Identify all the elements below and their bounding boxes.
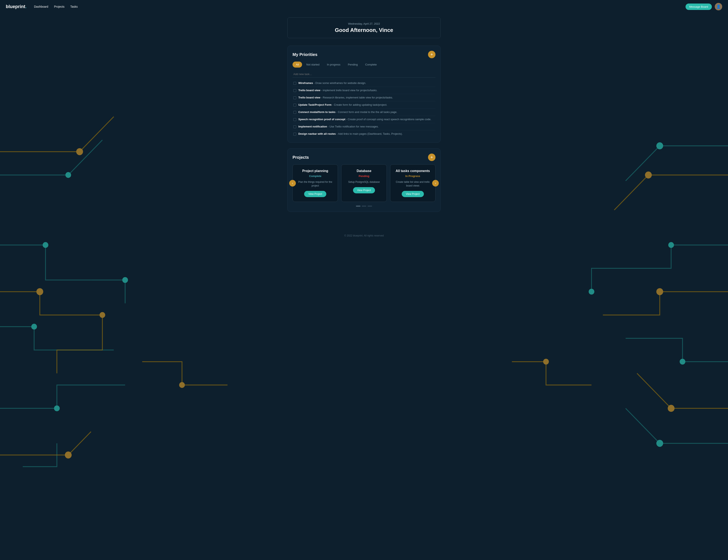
- priority-tabs: All Not started In progress Pending Comp…: [293, 62, 435, 68]
- svg-point-5: [76, 148, 83, 155]
- projects-panel: Projects + ‹ Project planning Complete P…: [287, 148, 441, 212]
- project-status-2: In Progress: [394, 175, 431, 178]
- task-text-3: Update Task/Project Form - Create form f…: [298, 103, 387, 106]
- svg-point-8: [65, 451, 72, 458]
- navbar-right: Message Board 👤: [686, 3, 722, 10]
- nav-links: Dashboard Projects Tasks: [34, 5, 686, 8]
- task-checkbox-4[interactable]: [293, 111, 296, 114]
- task-checkbox-2[interactable]: [293, 96, 296, 99]
- svg-point-14: [589, 289, 594, 295]
- greeting-card: Wednesday, April 27, 2022 Good Afternoon…: [287, 17, 441, 38]
- task-item: Speech recognition proof of concept - Cr…: [293, 116, 435, 123]
- project-card-1: Database Pending Setup PostgreSQL databa…: [341, 164, 386, 202]
- carousel-dot-0[interactable]: [356, 206, 361, 207]
- task-item: Wireframes - Draw some wireframes for we…: [293, 80, 435, 87]
- task-checkbox-6[interactable]: [293, 125, 296, 128]
- svg-point-12: [680, 359, 685, 365]
- task-checkbox-5[interactable]: [293, 118, 296, 121]
- add-project-button[interactable]: +: [428, 154, 435, 161]
- task-checkbox-3[interactable]: [293, 104, 296, 107]
- task-text-4: Connect modal/form to tasks - Connect fo…: [298, 110, 397, 114]
- navbar: blueprint. Dashboard Projects Tasks Mess…: [0, 0, 728, 13]
- logo-dot: .: [25, 4, 27, 9]
- svg-point-7: [99, 312, 105, 318]
- project-status-1: Pending: [345, 175, 382, 178]
- task-text-6: Implement notification - Use Twilio noti…: [298, 125, 379, 128]
- task-item: Implement notification - Use Twilio noti…: [293, 123, 435, 130]
- task-text-5: Speech recognition proof of concept - Cr…: [298, 118, 431, 121]
- tab-all[interactable]: All: [293, 62, 302, 68]
- svg-point-17: [668, 405, 675, 412]
- task-text-2: Trello board view - Research libraries, …: [298, 96, 393, 99]
- view-project-btn-1[interactable]: View Project: [353, 187, 375, 193]
- task-checkbox-0[interactable]: [293, 82, 296, 85]
- main-content: Wednesday, April 27, 2022 Good Afternoon…: [283, 13, 445, 230]
- project-card-0: Project planning Complete Plan the thing…: [293, 164, 338, 202]
- add-task-input[interactable]: [293, 71, 435, 78]
- carousel-dot-1[interactable]: [362, 206, 366, 207]
- svg-point-18: [543, 359, 549, 365]
- projects-carousel: ‹ Project planning Complete Plan the thi…: [293, 164, 435, 202]
- greeting-title: Good Afternoon, Vince: [294, 27, 434, 33]
- task-checkbox-7[interactable]: [293, 133, 296, 136]
- task-item: Trello board view - Research libraries, …: [293, 94, 435, 101]
- carousel-prev-button[interactable]: ‹: [289, 180, 296, 187]
- carousel-dot-2[interactable]: [367, 206, 372, 207]
- svg-point-16: [656, 288, 663, 295]
- svg-point-10: [656, 142, 663, 149]
- add-priority-button[interactable]: +: [428, 51, 435, 58]
- task-item: Connect modal/form to tasks - Connect fo…: [293, 109, 435, 116]
- svg-point-4: [122, 277, 128, 283]
- task-item: Update Task/Project Form - Create form f…: [293, 101, 435, 109]
- svg-point-1: [43, 242, 48, 248]
- tab-complete[interactable]: Complete: [362, 62, 380, 68]
- priorities-title: My Priorities: [293, 52, 318, 57]
- svg-point-6: [36, 288, 43, 295]
- projects-title: Projects: [293, 155, 309, 160]
- svg-point-13: [656, 440, 663, 447]
- svg-point-11: [668, 242, 674, 248]
- project-desc-2: Create table list view and trello board …: [394, 180, 431, 188]
- task-item: Trello board view - implement trello boa…: [293, 87, 435, 94]
- project-card-2: All tasks components In Progress Create …: [390, 164, 435, 202]
- nav-tasks[interactable]: Tasks: [70, 5, 78, 8]
- priorities-header: My Priorities +: [293, 51, 435, 58]
- logo[interactable]: blueprint.: [6, 4, 27, 9]
- svg-point-15: [645, 171, 652, 178]
- tab-pending[interactable]: Pending: [345, 62, 361, 68]
- project-card-title-0: Project planning: [297, 169, 334, 173]
- task-item: Design navbar with all routes - Add link…: [293, 130, 435, 137]
- tab-not-started[interactable]: Not started: [303, 62, 323, 68]
- avatar[interactable]: 👤: [715, 3, 722, 10]
- project-desc-0: Plan the things required for the project: [297, 180, 334, 188]
- task-text-7: Design navbar with all routes - Add link…: [298, 132, 402, 135]
- task-checkbox-1[interactable]: [293, 89, 296, 92]
- nav-projects[interactable]: Projects: [54, 5, 65, 8]
- project-card-title-2: All tasks components: [394, 169, 431, 173]
- greeting-date: Wednesday, April 27, 2022: [294, 22, 434, 25]
- task-list: Wireframes - Draw some wireframes for we…: [293, 80, 435, 137]
- footer: © 2022 blueprint. All rights reserved: [0, 230, 728, 241]
- view-project-btn-0[interactable]: View Project: [304, 191, 326, 197]
- svg-point-2: [31, 324, 37, 330]
- project-status-0: Complete: [297, 175, 334, 178]
- view-project-btn-2[interactable]: View Project: [402, 191, 424, 197]
- priorities-panel: My Priorities + All Not started In progr…: [287, 46, 441, 143]
- projects-header: Projects +: [293, 154, 435, 161]
- task-text-0: Wireframes - Draw some wireframes for we…: [298, 81, 366, 85]
- projects-grid: Project planning Complete Plan the thing…: [293, 164, 435, 202]
- project-card-title-1: Database: [345, 169, 382, 173]
- message-board-button[interactable]: Message Board: [686, 4, 712, 10]
- tab-in-progress[interactable]: In progress: [324, 62, 344, 68]
- svg-point-9: [179, 382, 185, 388]
- project-desc-1: Setup PostgreSQL database: [345, 180, 382, 184]
- svg-point-3: [54, 405, 60, 411]
- task-text-1: Trello board view - implement trello boa…: [298, 89, 377, 92]
- carousel-next-button[interactable]: ›: [432, 180, 439, 187]
- carousel-dots: [293, 206, 435, 207]
- nav-dashboard[interactable]: Dashboard: [34, 5, 48, 8]
- footer-text: © 2022 blueprint. All rights reserved: [344, 234, 384, 237]
- svg-point-0: [65, 172, 71, 178]
